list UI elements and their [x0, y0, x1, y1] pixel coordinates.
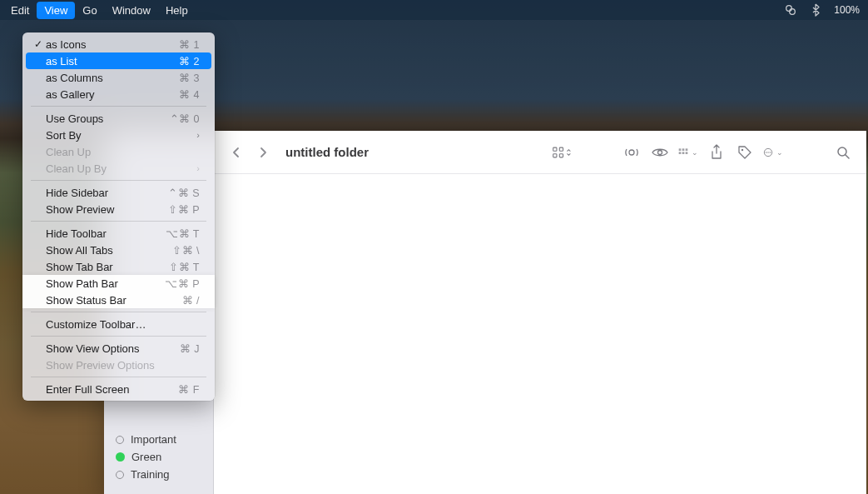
menu-item[interactable]: Enter Full Screen⌘ F — [26, 381, 211, 397]
menu-item[interactable]: ✓as Icons⌘ 1 — [26, 36, 211, 52]
share-icon[interactable] — [707, 142, 727, 162]
menubar-item-view[interactable]: View — [37, 2, 75, 19]
menu-item-label: Clean Up — [46, 146, 91, 158]
menu-item[interactable]: as Columns⌘ 3 — [26, 69, 211, 86]
menu-item[interactable]: Use Groups⌃⌘ 0 — [26, 110, 211, 127]
menu-item-label: as Gallery — [46, 88, 95, 101]
svg-point-0 — [786, 6, 792, 12]
menu-shortcut: ⌘ 4 — [179, 88, 200, 101]
menu-separator — [31, 180, 206, 181]
menu-item: Clean Up — [26, 143, 211, 160]
menu-separator — [31, 336, 206, 337]
menu-item[interactable]: Show View Options⌘ J — [26, 340, 211, 357]
menu-item: Show Preview Options — [26, 357, 211, 373]
chevron-down-icon: ⌄ — [692, 148, 698, 157]
menubar-item-edit[interactable]: Edit — [3, 2, 37, 19]
menu-item[interactable]: Show Status Bar⌘ / — [26, 292, 211, 308]
menu-item[interactable]: Hide Toolbar⌥⌘ T — [26, 225, 211, 242]
view-mode-button[interactable] — [552, 142, 572, 162]
more-actions-button[interactable]: ⌄ — [763, 142, 783, 162]
search-icon[interactable] — [833, 142, 853, 162]
chevron-right-icon: › — [196, 163, 200, 173]
sidebar-tag-label: Training — [131, 468, 169, 481]
menu-shortcut: ⇧⌘ P — [168, 203, 200, 216]
menu-shortcut: ⌥⌘ P — [165, 277, 200, 290]
svg-point-1 — [790, 9, 796, 15]
menu-item[interactable]: Hide Sidebar⌃⌘ S — [26, 184, 211, 201]
menu-item-label: Show View Options — [46, 342, 140, 355]
menu-shortcut: ⌘ / — [182, 294, 200, 307]
menu-item[interactable]: Show Tab Bar⇧⌘ T — [26, 258, 211, 275]
menu-item-label: Hide Toolbar — [46, 227, 107, 240]
menu-item[interactable]: as List⌘ 2 — [26, 52, 211, 69]
menubar-item-go[interactable]: Go — [75, 2, 104, 19]
chevron-down-icon: ⌄ — [776, 148, 783, 157]
sidebar-tag-green[interactable]: Green — [104, 448, 213, 466]
menu-separator — [31, 377, 206, 377]
menu-item-label: as Columns — [46, 72, 103, 84]
menu-item-label: Show Path Bar — [46, 277, 118, 290]
svg-rect-10 — [686, 148, 688, 151]
svg-rect-13 — [686, 152, 688, 154]
menu-separator — [31, 312, 206, 312]
menu-item[interactable]: Show Path Bar⌥⌘ P — [26, 275, 211, 292]
menu-shortcut: ⌘ F — [178, 383, 200, 396]
svg-point-7 — [658, 150, 662, 154]
svg-point-16 — [766, 152, 766, 152]
control-center-icon[interactable] — [784, 3, 797, 17]
tag-dot-icon — [116, 452, 125, 462]
menu-item[interactable]: as Gallery⌘ 4 — [26, 86, 211, 102]
view-menu-dropdown: ✓as Icons⌘ 1as List⌘ 2as Columns⌘ 3as Ga… — [22, 32, 215, 401]
sidebar-tag-label: Green — [131, 451, 161, 463]
menu-item-label: Show Preview — [46, 203, 114, 216]
chevron-right-icon: › — [196, 130, 200, 140]
menubar-item-window[interactable]: Window — [105, 2, 158, 19]
menu-item-label: Show Preview Options — [46, 359, 155, 372]
menu-item-label: Sort By — [46, 129, 82, 142]
bluetooth-icon[interactable] — [809, 3, 822, 17]
svg-rect-3 — [559, 147, 563, 151]
svg-rect-9 — [682, 148, 685, 151]
svg-rect-5 — [559, 153, 563, 157]
forward-button[interactable] — [254, 143, 272, 162]
finder-content-area[interactable] — [214, 174, 866, 494]
window-title: untitled folder — [285, 145, 369, 159]
menu-item-label: Use Groups — [46, 112, 103, 125]
quicklook-icon[interactable] — [650, 142, 670, 162]
menu-shortcut: ⌃⌘ S — [168, 187, 200, 199]
menu-item[interactable]: Show All Tabs⇧⌘ \ — [26, 242, 211, 258]
menu-item-label: Show All Tabs — [46, 244, 113, 257]
menu-item: Clean Up By› — [26, 160, 211, 177]
menu-item[interactable]: Show Preview⇧⌘ P — [26, 201, 211, 217]
menu-item[interactable]: Sort By› — [26, 127, 211, 143]
sidebar-tag-training[interactable]: Training — [104, 466, 213, 483]
menu-item-label: Show Tab Bar — [46, 261, 113, 273]
finder-toolbar: untitled folder ⌄ — [214, 131, 866, 174]
menu-shortcut: ⌘ 2 — [179, 55, 200, 67]
tags-icon[interactable] — [735, 142, 755, 162]
menu-item-label: Enter Full Screen — [46, 383, 129, 396]
battery-percentage: 100% — [834, 4, 860, 16]
tag-dot-icon — [116, 436, 124, 444]
menu-shortcut: ⌃⌘ 0 — [170, 112, 200, 125]
menu-item-label: Customize Toolbar… — [46, 318, 146, 331]
svg-rect-12 — [682, 152, 685, 154]
menu-item-label: Clean Up By — [46, 162, 107, 175]
back-button[interactable] — [227, 143, 246, 162]
menubar-item-help[interactable]: Help — [158, 2, 196, 19]
svg-rect-2 — [553, 147, 557, 151]
menu-shortcut: ⌘ J — [180, 342, 200, 355]
svg-rect-11 — [679, 152, 682, 154]
chevron-updown-icon — [566, 147, 572, 157]
airdrop-icon[interactable] — [622, 142, 642, 162]
menu-shortcut: ⌘ 1 — [179, 38, 200, 51]
sidebar-tag-important[interactable]: Important — [104, 431, 213, 448]
group-button[interactable]: ⌄ — [678, 142, 698, 162]
menu-item[interactable]: Customize Toolbar… — [26, 316, 211, 332]
svg-rect-4 — [553, 153, 557, 157]
finder-window: Important Green Training untitled folder — [104, 131, 866, 494]
menu-item-label: as List — [46, 55, 77, 67]
sidebar-tag-label: Important — [131, 433, 176, 446]
menu-shortcut: ⇧⌘ T — [169, 261, 200, 273]
svg-point-6 — [629, 150, 634, 155]
